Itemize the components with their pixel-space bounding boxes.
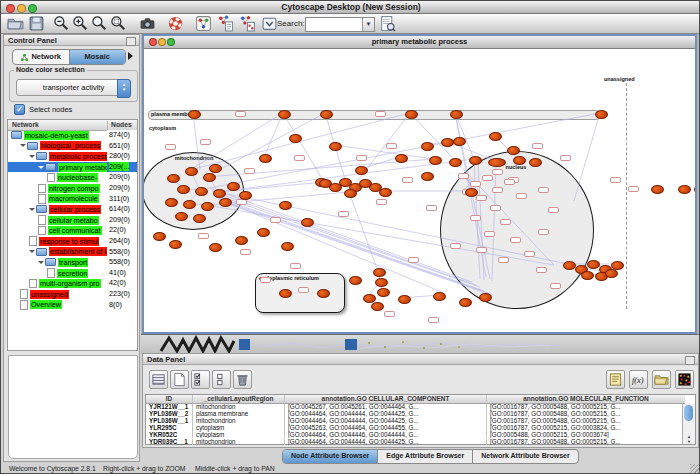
network-node[interactable] xyxy=(529,158,542,167)
network-node[interactable] xyxy=(279,201,292,210)
color-matrix-button[interactable] xyxy=(675,370,694,389)
tab-overflow-arrow-icon[interactable] xyxy=(128,52,133,60)
help-button[interactable] xyxy=(167,15,184,32)
expander-icon[interactable] xyxy=(29,250,35,253)
table-column-header[interactable]: _cellularLayoutRegion xyxy=(192,395,284,404)
network-node[interactable] xyxy=(605,269,618,278)
table-cell[interactable]: [GO:0016787, GO:0005215, GO:0003824, G..… xyxy=(486,425,685,432)
tree-row[interactable]: cellular process614(0) xyxy=(8,204,137,215)
tree-row[interactable]: nucleobase-209(0) xyxy=(8,172,137,183)
network-node[interactable] xyxy=(195,187,208,196)
table-cell[interactable]: [GO:0044464, GO:0044444, GO:0044425, G..… xyxy=(284,418,486,425)
tree-row[interactable]: nitrogen compo209(0) xyxy=(8,183,137,194)
network-node[interactable] xyxy=(167,174,180,183)
table-cell[interactable]: YPL036W__1 xyxy=(146,418,192,425)
network-node[interactable] xyxy=(369,183,382,192)
tree-row[interactable]: Overview8(0) xyxy=(8,300,137,311)
zoom-out-button[interactable] xyxy=(53,15,70,32)
network-node[interactable] xyxy=(595,110,608,119)
network-node[interactable] xyxy=(193,214,206,223)
table-row[interactable]: YDR039C__1mitochondrion[GO:0044464, GO:0… xyxy=(146,439,673,446)
expander-icon[interactable] xyxy=(29,208,35,211)
vizmapper-edit-button[interactable] xyxy=(239,15,256,32)
network-node[interactable] xyxy=(213,189,226,198)
table-cell[interactable]: cytoplasm xyxy=(192,425,284,432)
tab-mosaic[interactable]: Mosaic xyxy=(69,50,126,64)
table-row[interactable]: YPL036W__1mitochondrion[GO:0044464, GO:0… xyxy=(146,418,673,425)
tree-row-label[interactable]: response to stimul xyxy=(39,237,99,246)
network-node[interactable] xyxy=(349,276,362,285)
network-node[interactable] xyxy=(651,185,664,194)
tree-row-label[interactable]: metabolic process xyxy=(49,152,109,161)
tree-row-label[interactable]: cell communicat xyxy=(48,226,102,235)
network-node[interactable] xyxy=(450,110,463,119)
tree-row-label[interactable]: unassigned xyxy=(30,290,69,299)
tree-row-label[interactable]: Overview xyxy=(30,300,62,309)
table-cell[interactable]: plasma membrane xyxy=(192,411,284,418)
tab-network[interactable]: Network xyxy=(13,50,69,64)
expander-icon[interactable] xyxy=(38,261,44,264)
tree-row-label[interactable]: cellular process xyxy=(49,205,101,214)
network-node[interactable] xyxy=(453,137,466,146)
table-cell[interactable]: [GO:0016787, GO:0005488, GO:0005215, G..… xyxy=(486,411,685,418)
resize-grip[interactable] xyxy=(690,464,699,473)
zoom-in-button[interactable] xyxy=(72,15,89,32)
table-column-header[interactable]: ID xyxy=(146,395,192,404)
enhanced-search-button[interactable] xyxy=(379,15,396,32)
table-cell[interactable]: YLR295C xyxy=(146,425,192,432)
network-node[interactable] xyxy=(395,154,408,163)
network-node[interactable] xyxy=(421,172,434,181)
network-view-titlebar[interactable]: primary metabolic process xyxy=(144,36,695,49)
select-stepper-icon[interactable]: ▲▼ xyxy=(117,79,131,98)
window-titlebar[interactable]: Cytoscape Desktop (New Session) xyxy=(1,1,700,14)
table-cell[interactable]: [GO:0005488, GO:0005215, GO:0003674] xyxy=(486,432,685,439)
network-node[interactable] xyxy=(429,156,442,165)
network-node[interactable] xyxy=(257,228,270,237)
tree-row[interactable]: transport558(0) xyxy=(8,257,137,268)
table-cell[interactable]: [GO:0016787, GO:0005488, GO:0005215, G..… xyxy=(486,418,685,425)
tree-row[interactable]: cell communicat22(0) xyxy=(8,225,137,236)
expander-icon[interactable] xyxy=(38,166,44,169)
network-node[interactable] xyxy=(227,182,240,191)
save-session-button[interactable] xyxy=(28,15,45,32)
network-node[interactable] xyxy=(479,293,492,302)
table-cell[interactable]: [GO:0044464, GO:0044444, GO:0044425, G..… xyxy=(284,439,486,446)
network-node[interactable] xyxy=(513,156,526,165)
network-view-frame[interactable]: primary metabolic process plasma membran… xyxy=(142,34,697,334)
table-cell[interactable]: YKR052C xyxy=(146,432,192,439)
tree-row[interactable]: cellular metabo209(0) xyxy=(8,215,137,226)
network-node[interactable] xyxy=(587,260,600,269)
network-node[interactable] xyxy=(153,232,166,241)
network-node[interactable] xyxy=(678,185,691,194)
tree-row-label[interactable]: primary metabo xyxy=(58,163,110,172)
table-cell[interactable]: [GO:0045267, GO:0045261, GO:0044464, G..… xyxy=(284,404,486,411)
scrollbar-thumb[interactable] xyxy=(684,405,693,421)
network-node[interactable] xyxy=(405,110,418,119)
snapshot-button[interactable] xyxy=(139,15,156,32)
network-node[interactable] xyxy=(563,261,576,270)
table-column-header[interactable]: annotation.GO CELLULAR_COMPONENT xyxy=(284,395,486,404)
network-node[interactable] xyxy=(175,212,188,221)
table-cell[interactable]: YDR039C__1 xyxy=(146,439,192,446)
table-column-header[interactable]: annotation.GO MOLECULAR_FUNCTION xyxy=(486,395,685,404)
table-cell[interactable]: [GO:0045263, GO:0044464, GO:0044455, G..… xyxy=(284,425,486,432)
network-node[interactable] xyxy=(279,289,292,298)
data-panel-float-icon[interactable] xyxy=(685,356,695,365)
table-scrollbar[interactable]: ▲▼ xyxy=(682,404,695,444)
open-file-button[interactable] xyxy=(7,15,24,32)
network-node[interactable] xyxy=(278,110,291,119)
table-cell[interactable]: YPL036W__2 xyxy=(146,411,192,418)
table-cell[interactable]: YJR121W__1 xyxy=(146,404,192,411)
network-node[interactable] xyxy=(239,191,252,200)
tree-row[interactable]: macromolecule311(0) xyxy=(8,194,137,205)
network-node[interactable] xyxy=(329,142,342,151)
network-canvas[interactable]: plasma membrane cytoplasm mitochondrion … xyxy=(144,49,695,332)
table-row[interactable]: YLR295Ccytoplasm[GO:0045263, GO:0044464,… xyxy=(146,425,673,432)
annotation-notes-button[interactable] xyxy=(606,370,625,389)
zoom-selected-button[interactable] xyxy=(110,15,127,32)
network-node[interactable] xyxy=(489,132,502,141)
network-node[interactable] xyxy=(421,142,434,151)
network-node[interactable] xyxy=(183,200,196,209)
delete-attributes-button[interactable] xyxy=(233,370,252,389)
expander-icon[interactable] xyxy=(29,155,35,158)
